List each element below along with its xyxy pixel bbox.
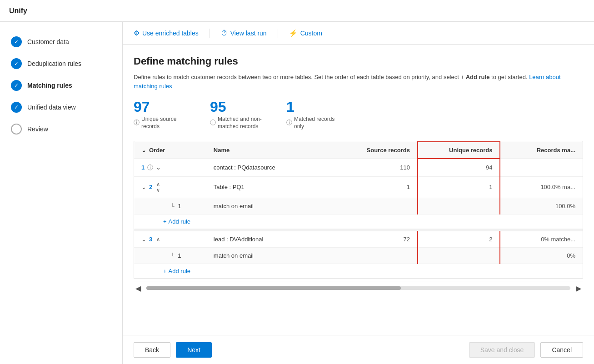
sidebar-item-deduplication-rules[interactable]: Deduplication rules — [0, 53, 122, 75]
order-arrows-2: ∧ ∨ — [155, 181, 161, 193]
next-button[interactable]: Next — [176, 342, 212, 358]
col-header-unique: Unique records — [418, 142, 500, 159]
stats-row: 97 ⓘ Unique source records 95 ⓘ Matched … — [134, 100, 583, 130]
check-icon — [14, 39, 19, 45]
page-title: Define matching rules — [134, 55, 583, 67]
name-cell-3: lead : DVAdditional — [206, 231, 335, 247]
unique-cell-2: 1 — [418, 176, 500, 198]
table-row: 1 ⓘ ⌄ contact : PQdatasource 110 94 — [134, 159, 583, 176]
sub-indent-2-1: └ 1 — [156, 203, 199, 209]
description-bold: Add rule — [466, 74, 490, 80]
col-header-records: Records ma... — [500, 142, 583, 159]
check-icon-4 — [14, 104, 19, 110]
toolbar: ⚙ Use enriched tables ⏱ View last run ⚡ … — [123, 22, 594, 45]
stat-label-unique-source: ⓘ Unique source records — [134, 116, 188, 130]
sidebar-label-unified-data-view: Unified data view — [27, 104, 76, 111]
step-circle-deduplication-rules — [11, 58, 22, 69]
app-header: Unify — [0, 0, 594, 22]
scrollbar-area: ◀ ▶ — [134, 281, 583, 295]
plus-icon-2: + — [163, 218, 167, 225]
sidebar-item-customer-data[interactable]: Customer data — [0, 31, 122, 53]
info-icon-unique-source[interactable]: ⓘ — [134, 119, 140, 127]
sidebar-item-unified-data-view[interactable]: Unified data view — [0, 96, 122, 118]
order-num-1: 1 — [141, 164, 145, 171]
main-layout: Customer data Deduplication rules Matchi… — [0, 22, 594, 364]
sub-indent-3-1: └ 1 — [156, 252, 199, 259]
sub-source-2-1 — [335, 198, 418, 214]
source-cell-1: 110 — [335, 159, 418, 176]
collapse-icon-3[interactable]: ⌄ — [141, 236, 146, 243]
sub-records-3-1: 0% — [500, 247, 583, 264]
sidebar-item-matching-rules[interactable]: Matching rules — [0, 75, 122, 96]
add-rule-button-3[interactable]: + Add rule — [141, 268, 190, 274]
description-part2: to get started. — [489, 74, 527, 80]
order-num-3: 3 — [149, 236, 152, 243]
step-circle-review — [11, 124, 22, 135]
cancel-button[interactable]: Cancel — [540, 342, 583, 358]
table-sub-row: └ 1 match on email 0% — [134, 247, 583, 264]
view-last-run-icon: ⏱ — [221, 29, 228, 37]
col-header-order: ⌄ Order — [134, 142, 206, 159]
scroll-left-arrow[interactable]: ◀ — [134, 284, 143, 293]
add-rule-label-3: Add rule — [169, 268, 190, 274]
records-cell-1 — [500, 159, 583, 176]
sidebar-item-review[interactable]: Review — [0, 118, 122, 140]
col-header-source: Source records — [335, 142, 418, 159]
sidebar-label-deduplication-rules: Deduplication rules — [27, 60, 81, 67]
order-arrows-3: ∧ — [155, 236, 161, 242]
sidebar: Customer data Deduplication rules Matchi… — [0, 22, 123, 364]
plus-icon-3: + — [163, 268, 167, 274]
app-title: Unify — [9, 7, 27, 15]
stat-matched-non-matched: 95 ⓘ Matched and non-matched records — [210, 100, 265, 130]
step-circle-unified-data-view — [11, 102, 22, 113]
order-num-2: 2 — [149, 184, 152, 190]
collapse-icon-2[interactable]: ⌄ — [141, 184, 146, 190]
stat-number-matched-only: 1 — [286, 100, 295, 114]
toolbar-divider-1 — [210, 29, 210, 38]
content-area: ⚙ Use enriched tables ⏱ View last run ⚡ … — [123, 22, 594, 364]
sub-order-num-2-1: 1 — [178, 203, 181, 209]
name-cell-2: Table : PQ1 — [206, 176, 335, 198]
stat-matched-only: 1 ⓘ Matched records only — [286, 100, 341, 130]
page-description: Define rules to match customer records b… — [134, 73, 583, 90]
scroll-right-arrow[interactable]: ▶ — [574, 284, 583, 293]
back-button[interactable]: Back — [134, 342, 170, 358]
add-rule-row-3: + Add rule — [134, 264, 583, 278]
table-wrapper: ⌄ Order Name Source records Unique recor… — [134, 141, 583, 279]
main-content: Define matching rules Define rules to ma… — [123, 45, 594, 335]
sidebar-label-matching-rules: Matching rules — [27, 82, 72, 89]
custom-icon: ⚡ — [289, 29, 298, 37]
info-icon-matched-only[interactable]: ⓘ — [286, 119, 292, 127]
add-rule-button-2[interactable]: + Add rule — [141, 218, 190, 225]
sub-unique-2-1 — [418, 198, 500, 214]
unique-cell-3: 2 — [418, 231, 500, 247]
scroll-track[interactable] — [146, 286, 570, 290]
sub-records-2-1: 100.0% — [500, 198, 583, 214]
add-rule-row-2: + Add rule — [134, 214, 583, 229]
info-icon-matched[interactable]: ⓘ — [210, 119, 216, 127]
table-row: ⌄ 3 ∧ lead : DVAdditional 72 2 0% ma — [134, 231, 583, 247]
collapse-all-icon[interactable]: ⌄ — [141, 147, 146, 154]
arrow-up-2[interactable]: ∧ — [155, 181, 161, 187]
stat-label-matched-only: ⓘ Matched records only — [286, 116, 341, 130]
expand-icon-1[interactable]: ⌄ — [156, 164, 161, 171]
arrow-up-3[interactable]: ∧ — [155, 236, 161, 242]
add-rule-cell-2: + Add rule — [134, 214, 583, 229]
use-enriched-tables-button[interactable]: ⚙ Use enriched tables — [134, 29, 199, 37]
row-info-icon-1[interactable]: ⓘ — [147, 164, 153, 172]
scroll-thumb — [146, 286, 401, 290]
check-icon-2 — [14, 60, 19, 67]
view-last-run-button[interactable]: ⏱ View last run — [221, 29, 267, 37]
table-row: ⌄ 2 ∧ ∨ Table : PQ1 1 1 — [134, 176, 583, 198]
order-cell-3: ⌄ 3 ∧ — [134, 231, 206, 247]
sub-order-cell-3-1: └ 1 — [134, 247, 206, 264]
footer-left: Back Next — [134, 342, 212, 358]
name-cell-1: contact : PQdatasource — [206, 159, 335, 176]
stat-number-unique-source: 97 — [134, 100, 150, 114]
custom-label: Custom — [300, 30, 322, 37]
save-close-button[interactable]: Save and close — [469, 342, 535, 358]
custom-button[interactable]: ⚡ Custom — [289, 29, 322, 37]
records-cell-3: 0% matche... — [500, 231, 583, 247]
arrow-down-2[interactable]: ∨ — [155, 187, 161, 193]
sidebar-label-customer-data: Customer data — [27, 38, 69, 45]
